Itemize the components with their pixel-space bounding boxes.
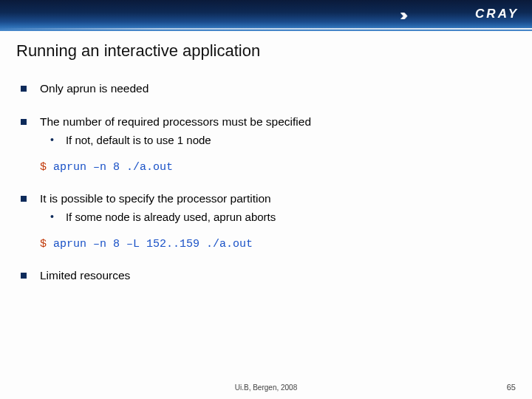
bullet-text: Limited resources <box>40 268 130 284</box>
code-prompt: $ <box>40 161 53 174</box>
square-bullet-icon <box>21 86 27 92</box>
square-bullet-icon <box>21 196 27 202</box>
slide-footer: Ui.B, Bergen, 2008 <box>0 383 532 392</box>
code-command: aprun –n 8 –L 152..159 ./a.out <box>53 238 253 250</box>
slide-content: Running an interactive application Only … <box>0 31 532 284</box>
bullet-text: It is possible to specify the processor … <box>40 191 271 207</box>
bullet-text: The number of required processors must b… <box>40 115 311 130</box>
header-underline <box>0 28 532 30</box>
slide-title: Running an interactive application <box>16 41 516 61</box>
bullet-text: Only aprun is needed <box>40 81 149 97</box>
page-number: 65 <box>507 383 516 392</box>
bullet-block-4: Limited resources <box>16 268 516 284</box>
sub-bullet-text: If not, default is to use 1 node <box>66 133 211 148</box>
square-bullet-icon <box>21 119 27 125</box>
bullet-block-3: It is possible to specify the processor … <box>16 191 516 250</box>
code-command: aprun –n 8 ./a.out <box>53 161 173 174</box>
code-prompt: $ <box>40 238 53 250</box>
square-bullet-icon <box>21 273 27 279</box>
dot-bullet-icon: • <box>50 133 54 148</box>
code-line: $ aprun –n 8 –L 152..159 ./a.out <box>40 238 516 250</box>
dot-bullet-icon: • <box>50 210 54 225</box>
code-line: $ aprun –n 8 ./a.out <box>40 161 516 174</box>
cray-logo: CRAY <box>475 7 519 21</box>
slide-header: ››››››› CRAY <box>0 0 532 31</box>
bullet-block-1: Only aprun is needed <box>16 81 516 97</box>
bullet-block-2: The number of required processors must b… <box>16 115 516 174</box>
sub-bullet-text: If some node is already used, aprun abor… <box>66 210 276 225</box>
